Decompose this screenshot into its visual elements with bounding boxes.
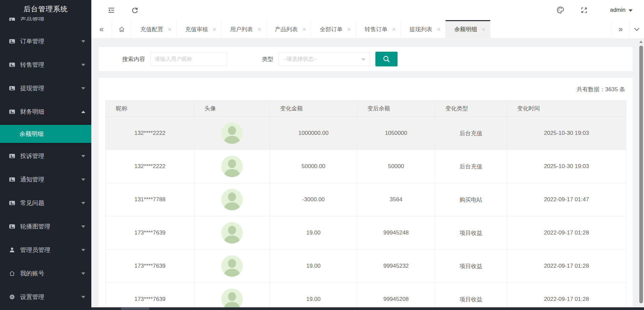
cell-balance: 50000 bbox=[357, 150, 435, 183]
tab-withdraw-list[interactable]: 提现列表✕ bbox=[401, 20, 446, 38]
sidebar-item-banner[interactable]: 轮播图管理 bbox=[0, 215, 91, 238]
cell-change-type: 购买电站 bbox=[435, 183, 507, 216]
chevron-down-icon bbox=[81, 155, 85, 157]
search-keyword-label: 搜索内容 bbox=[122, 55, 145, 63]
tab-user-list[interactable]: 用户列表✕ bbox=[221, 20, 266, 38]
cell-balance: 3564 bbox=[357, 183, 435, 216]
close-icon[interactable]: ✕ bbox=[257, 27, 262, 32]
tabs-menu-icon[interactable] bbox=[629, 20, 644, 38]
vertical-scrollbar-thumb[interactable] bbox=[639, 46, 643, 303]
fullscreen-icon[interactable] bbox=[580, 6, 588, 14]
tabs-scroll-left-icon[interactable]: « bbox=[91, 20, 112, 38]
theme-palette-icon[interactable] bbox=[556, 6, 565, 14]
sidebar-item-notices[interactable]: 通知管理 bbox=[0, 168, 91, 191]
cell-avatar bbox=[194, 250, 270, 283]
search-icon bbox=[382, 55, 391, 63]
sidebar-item-my-account[interactable]: 我的账号 bbox=[0, 262, 91, 285]
cell-change-time: 2022-09-17 01:28 bbox=[507, 216, 626, 250]
column-header-change-type: 变化类型 bbox=[435, 101, 507, 117]
close-icon[interactable]: ✕ bbox=[347, 27, 351, 32]
avatar bbox=[221, 189, 243, 210]
cell-avatar bbox=[194, 216, 270, 250]
tab-label: 余额明细 bbox=[454, 25, 477, 33]
cell-balance: 99945248 bbox=[357, 216, 435, 250]
cell-avatar bbox=[194, 283, 270, 307]
sidebar-item-resale[interactable]: 转售管理 bbox=[0, 53, 91, 76]
sidebar-item-finance[interactable]: 财务明细 bbox=[0, 100, 91, 123]
cell-balance: 99945232 bbox=[357, 250, 435, 283]
sidebar-item-label: 管理员管理 bbox=[20, 246, 81, 254]
close-icon[interactable]: ✕ bbox=[168, 27, 172, 32]
main-content: 搜索内容 类型 --请选择状态-- 共有数据：3635 条 昵称 头像 变化金额… bbox=[91, 38, 638, 307]
sidebar-item-label: 设置管理 bbox=[20, 293, 81, 301]
tab-home[interactable] bbox=[112, 20, 132, 38]
image-icon bbox=[9, 85, 15, 92]
cell-amount: 1000000.00 bbox=[270, 117, 357, 150]
sidebar-item-complaints[interactable]: 投诉管理 bbox=[0, 144, 91, 168]
cell-nickname: 132****2222 bbox=[106, 117, 194, 150]
sidebar-item-label: 提现管理 bbox=[20, 84, 81, 92]
sidebar-item-label: 投诉管理 bbox=[20, 152, 81, 160]
type-select-placeholder: --请选择状态-- bbox=[283, 56, 317, 63]
tab-label: 产品列表 bbox=[275, 25, 298, 33]
cell-change-time: 2022-09-17 01:28 bbox=[507, 283, 626, 307]
tabbar: « 充值配置✕ 充值审核✕ 用户列表✕ 产品列表✕ 全部订单✕ 转售订单✕ 提现… bbox=[91, 20, 644, 38]
horizontal-scrollbar-thumb[interactable] bbox=[121, 308, 149, 310]
horizontal-scrollbar[interactable] bbox=[91, 307, 644, 310]
image-icon bbox=[9, 38, 15, 45]
tab-label: 全部订单 bbox=[320, 25, 342, 33]
avatar bbox=[221, 122, 243, 144]
search-panel: 搜索内容 类型 --请选择状态-- bbox=[99, 47, 633, 71]
sidebar-item-faq[interactable]: 常见问题 bbox=[0, 191, 91, 215]
close-icon[interactable]: ✕ bbox=[392, 27, 396, 32]
cell-nickname: 132****2222 bbox=[106, 150, 194, 183]
chevron-down-icon bbox=[81, 249, 85, 251]
tab-label: 提现列表 bbox=[409, 25, 432, 33]
scroll-up-arrow-icon[interactable] bbox=[639, 41, 643, 43]
search-button[interactable] bbox=[375, 52, 398, 66]
image-icon bbox=[9, 176, 15, 183]
tab-recharge-audit[interactable]: 充值审核✕ bbox=[177, 20, 222, 38]
search-keyword-input[interactable] bbox=[150, 52, 227, 66]
tabs-scroll-right-icon[interactable]: » bbox=[612, 20, 629, 38]
refresh-icon[interactable] bbox=[130, 6, 139, 14]
cell-amount: 19.00 bbox=[270, 250, 357, 283]
tab-label: 充值配置 bbox=[140, 25, 163, 33]
column-header-balance: 变后余额 bbox=[357, 101, 435, 117]
collapse-sidebar-icon[interactable] bbox=[107, 6, 116, 14]
sidebar-subitem-balance-detail-active[interactable]: 余额明细 bbox=[0, 125, 91, 143]
sidebar-item-withdraw[interactable]: 提现管理 bbox=[0, 76, 91, 100]
tab-resale-orders[interactable]: 转售订单✕ bbox=[356, 20, 401, 38]
cell-avatar bbox=[194, 150, 270, 183]
type-select[interactable]: --请选择状态-- bbox=[279, 52, 370, 66]
avatar bbox=[221, 289, 243, 307]
sidebar-item-label: 订单管理 bbox=[20, 37, 81, 45]
sidebar-item-orders[interactable]: 订单管理 bbox=[0, 30, 91, 53]
column-header-nickname: 昵称 bbox=[106, 101, 194, 117]
close-icon[interactable]: ✕ bbox=[302, 27, 307, 32]
sidebar-item-settings[interactable]: 设置管理 bbox=[0, 285, 91, 309]
sidebar-submenu-finance: 余额明细 bbox=[0, 123, 91, 144]
sidebar-item-label: 轮播图管理 bbox=[20, 222, 81, 230]
close-icon[interactable]: ✕ bbox=[436, 27, 441, 32]
close-icon[interactable]: ✕ bbox=[213, 27, 217, 32]
tab-product-list[interactable]: 产品列表✕ bbox=[266, 20, 311, 38]
close-icon[interactable]: ✕ bbox=[481, 27, 486, 32]
user-menu[interactable]: admin bbox=[610, 0, 633, 20]
sidebar-item-admins[interactable]: 管理员管理 bbox=[0, 238, 91, 262]
cell-nickname: 173****7639 bbox=[106, 283, 194, 307]
chevron-down-icon bbox=[81, 225, 85, 228]
person-icon bbox=[9, 247, 15, 253]
chevron-down-icon bbox=[629, 9, 633, 12]
tab-balance-detail-active[interactable]: 余额明细✕ bbox=[446, 20, 491, 38]
sidebar-item-clipped[interactable]: 产品管理 bbox=[0, 16, 91, 21]
cell-change-time: 2022-09-17 01:28 bbox=[507, 250, 626, 283]
tab-recharge-config[interactable]: 充值配置✕ bbox=[132, 20, 177, 38]
cell-balance: 99945208 bbox=[357, 283, 435, 307]
tab-all-orders[interactable]: 全部订单✕ bbox=[311, 20, 356, 38]
cell-change-type: 项目收益 bbox=[435, 216, 507, 250]
vertical-scrollbar[interactable] bbox=[638, 38, 644, 307]
image-icon bbox=[9, 153, 15, 159]
column-header-avatar: 头像 bbox=[194, 101, 270, 117]
cell-change-time: 2025-10-30 19:03 bbox=[507, 117, 626, 150]
